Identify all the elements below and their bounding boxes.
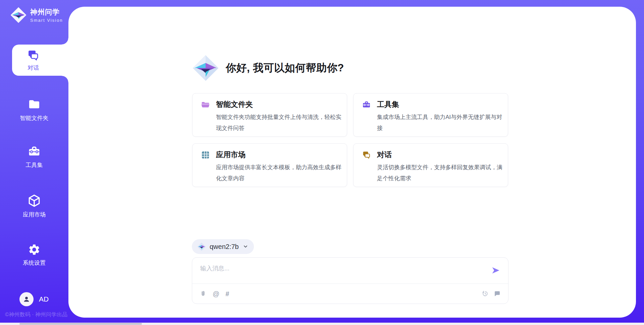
copyright-footer: ©神州数码 · 神州问学出品: [5, 311, 67, 318]
main-content-panel: 你好, 我可以如何帮助你? 智能文件夹 智能文件夹功能支持批量文件上传与清洗，轻…: [68, 7, 636, 318]
brand-logo: 神州问学 Smart Vision: [10, 7, 63, 23]
card-description: 智能文件夹功能支持批量文件上传与清洗，轻松实现文件问答: [216, 112, 345, 134]
grid-icon: [201, 150, 210, 159]
feedback-icon[interactable]: [494, 290, 501, 297]
person-icon: [22, 295, 31, 303]
history-icon[interactable]: [482, 290, 489, 297]
sidebar-item-label: 系统设置: [23, 259, 46, 267]
horizontal-scrollbar-thumb[interactable]: [19, 323, 142, 325]
send-icon: [491, 266, 500, 275]
sidebar-item-app-market[interactable]: 应用市场: [0, 194, 68, 218]
folder-open-icon: [201, 100, 210, 109]
sidebar-item-label: 对话: [28, 64, 39, 72]
hash-icon[interactable]: #: [225, 290, 229, 297]
sidebar-item-smart-folder[interactable]: 智能文件夹: [0, 98, 68, 122]
sidebar-item-toolset[interactable]: 工具集: [0, 145, 68, 169]
chevron-down-icon: [243, 244, 249, 250]
sidebar-item-chat[interactable]: 对话: [12, 45, 70, 76]
composer-toolbar: @ #: [192, 284, 508, 304]
gear-icon: [28, 243, 41, 256]
tab-curve-top: [62, 38, 68, 45]
model-name: qwen2:7b: [210, 243, 239, 251]
sidebar-item-label: 应用市场: [23, 211, 46, 218]
sidebar-item-label: 智能文件夹: [20, 114, 49, 122]
card-title: 工具集: [377, 100, 399, 110]
brand-name: 神州问学: [30, 7, 63, 17]
card-smart-folder[interactable]: 智能文件夹 智能文件夹功能支持批量文件上传与清洗，轻松实现文件问答: [192, 93, 347, 137]
user-profile[interactable]: AD: [19, 292, 49, 306]
brand-subtitle: Smart Vision: [30, 18, 63, 23]
briefcase-icon: [362, 100, 371, 109]
card-description: 应用市场提供丰富长文本模板，助力高效生成多样化文章内容: [216, 162, 345, 184]
paperclip-icon[interactable]: [200, 290, 207, 297]
tab-curve-bottom: [62, 76, 68, 82]
send-button[interactable]: [491, 266, 501, 276]
card-chat[interactable]: 对话 灵活切换多模型文件，支持多样回复效果调试，满足个性化需求: [353, 143, 508, 187]
card-title: 智能文件夹: [216, 100, 253, 110]
greeting-title: 你好, 我可以如何帮助你?: [226, 61, 344, 75]
chat-icon: [27, 49, 40, 62]
card-app-market[interactable]: 应用市场 应用市场提供丰富长文本模板，助力高效生成多样化文章内容: [192, 143, 347, 187]
greeting-block: 你好, 我可以如何帮助你?: [192, 54, 344, 82]
avatar: [19, 292, 34, 306]
sidebar: 神州问学 Smart Vision 对话 智能文件夹 工具集: [0, 0, 68, 325]
sidebar-item-settings[interactable]: 系统设置: [0, 243, 68, 267]
brand-logo-icon: [10, 7, 27, 23]
at-icon[interactable]: @: [213, 290, 219, 297]
card-title: 对话: [377, 150, 392, 160]
toolbox-icon: [28, 145, 41, 158]
shortcut-cards: 智能文件夹 智能文件夹功能支持批量文件上传与清洗，轻松实现文件问答 工具集 集成…: [192, 93, 508, 187]
sidebar-item-label: 工具集: [26, 161, 43, 169]
folder-icon: [28, 98, 41, 111]
user-name: AD: [39, 295, 49, 303]
chat-icon: [362, 150, 371, 159]
horizontal-scrollbar: [0, 323, 644, 325]
card-description: 灵活切换多模型文件，支持多样回复效果调试，满足个性化需求: [377, 162, 506, 184]
card-description: 集成市场上主流工具，助力AI与外界无缝扩展与对接: [377, 112, 506, 134]
message-input[interactable]: [192, 258, 481, 282]
cube-icon: [27, 194, 41, 208]
card-title: 应用市场: [216, 150, 246, 160]
message-composer: @ #: [192, 257, 508, 304]
brand-diamond-icon: [192, 54, 219, 82]
model-selector[interactable]: qwen2:7b: [192, 239, 254, 254]
brand-diamond-icon: [197, 242, 206, 251]
card-toolset[interactable]: 工具集 集成市场上主流工具，助力AI与外界无缝扩展与对接: [353, 93, 508, 137]
